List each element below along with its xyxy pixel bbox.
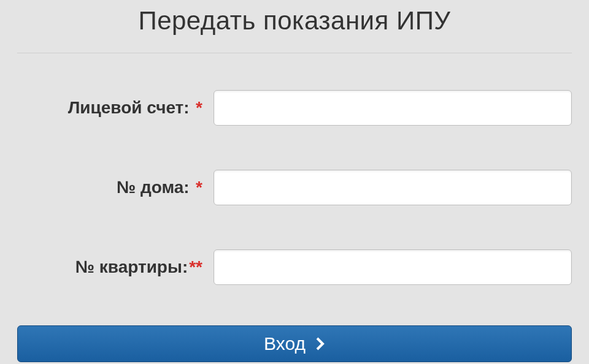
required-double-icon: ** <box>189 257 202 276</box>
divider <box>17 53 572 53</box>
required-icon: * <box>196 98 202 117</box>
house-label: № дома: <box>117 178 190 197</box>
required-icon: * <box>196 178 202 197</box>
house-row: № дома: * <box>17 170 572 205</box>
meter-reading-form: Передать показания ИПУ Лицевой счет: * №… <box>0 0 589 362</box>
account-label-wrap: Лицевой счет: * <box>17 98 214 118</box>
apartment-label: № квартиры: <box>75 257 188 276</box>
account-input[interactable] <box>214 90 572 126</box>
house-input[interactable] <box>214 170 572 205</box>
apartment-input[interactable] <box>214 249 572 285</box>
login-button[interactable]: Вход <box>17 325 572 362</box>
account-row: Лицевой счет: * <box>17 90 572 126</box>
house-label-wrap: № дома: * <box>17 178 214 197</box>
apartment-row: № квартиры:** <box>17 249 572 285</box>
account-input-wrap <box>214 90 572 126</box>
chevron-right-icon <box>315 336 325 351</box>
apartment-input-wrap <box>214 249 572 285</box>
account-label: Лицевой счет: <box>68 98 190 117</box>
apartment-label-wrap: № квартиры:** <box>17 257 214 277</box>
house-input-wrap <box>214 170 572 205</box>
page-title: Передать показания ИПУ <box>17 6 572 36</box>
login-button-label: Вход <box>264 333 306 354</box>
